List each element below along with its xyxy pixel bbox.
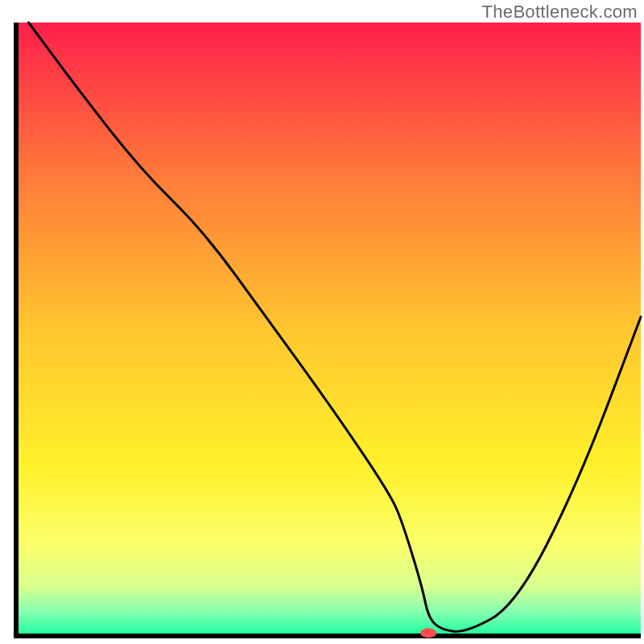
- bottleneck-chart: [0, 0, 644, 644]
- chart-container: TheBottleneck.com: [0, 0, 644, 644]
- watermark-text: TheBottleneck.com: [482, 2, 638, 23]
- data-marker: [420, 628, 436, 638]
